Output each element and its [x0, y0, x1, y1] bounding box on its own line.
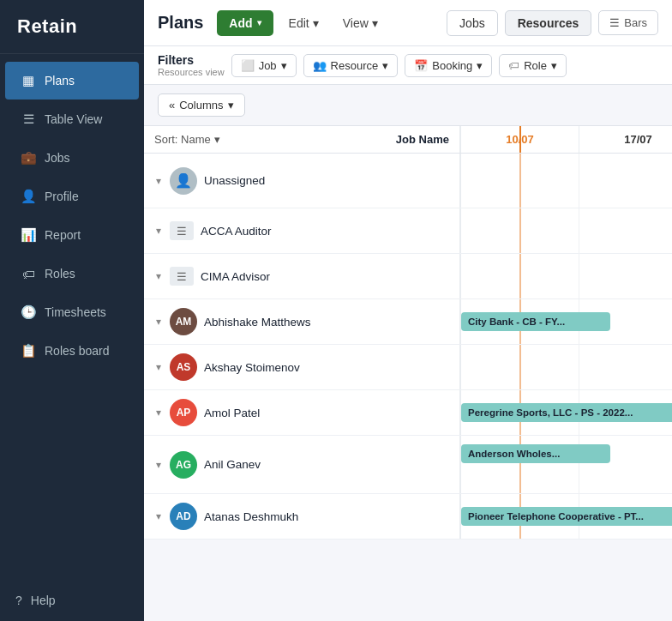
columns-chevron-icon: ▾ — [228, 99, 234, 112]
row-chevron-unassigned[interactable]: ▾ — [154, 173, 163, 189]
gantt-bar[interactable]: Peregrine Sports, LLC - PS - 2022... — [461, 403, 672, 422]
booking-filter-button[interactable]: 📅 Booking ▾ — [405, 54, 492, 77]
edit-button[interactable]: Edit ▾ — [280, 10, 327, 36]
row-left-anil-ganev: ▾AGAnil Ganev — [144, 436, 461, 493]
row-chevron-cima-advisor[interactable]: ▾ — [154, 268, 163, 284]
help-item[interactable]: ? Help — [0, 580, 144, 621]
help-label: Help — [31, 594, 56, 607]
gantt-cols-bg — [461, 345, 672, 389]
row-label-abhishake-matthews: Abhishake Matthews — [204, 316, 311, 329]
role-filter-button[interactable]: 🏷 Role ▾ — [499, 54, 567, 77]
sidebar-item-profile[interactable]: 👤 Profile — [5, 178, 139, 215]
sidebar-item-roles[interactable]: 🏷 Roles — [5, 255, 139, 292]
booking-filter-chevron-icon: ▾ — [477, 59, 483, 72]
row-label-atanas-deshmukh: Atanas Deshmukh — [204, 510, 298, 523]
table-row: ▾👤UnassignedAnders... — [144, 154, 672, 208]
sidebar-item-report[interactable]: 📊 Report — [5, 216, 139, 254]
resources-button[interactable]: Resources — [505, 10, 592, 36]
job-name-col: Job Name — [396, 133, 449, 146]
bars-abhishake-matthews: City Bank - CB - FY...Ann... — [461, 309, 672, 335]
role-filter-label: Role — [524, 59, 547, 72]
sidebar-label-timesheets: Timesheets — [45, 305, 106, 319]
row-label-amol-patel: Amol Patel — [204, 407, 260, 419]
booking-filter-label: Booking — [432, 59, 472, 72]
view-label: View — [343, 16, 369, 30]
role-icon: ☰ — [170, 267, 194, 286]
sidebar-label-jobs: Jobs — [45, 151, 70, 165]
gantt-bar-row: Pioneer Telephone Cooperative - PT... — [461, 507, 672, 526]
row-label-akshay-stoimenov: Akshay Stoimenov — [204, 361, 300, 374]
gantt-header: Sort: Name ▾ Job Name 10/0717/0724/07 — [144, 125, 672, 154]
gantt-bar[interactable]: Pioneer Telephone Cooperative - PT... — [461, 507, 672, 526]
jobs-button[interactable]: Jobs — [447, 10, 498, 36]
resource-filter-icon: 👥 — [313, 59, 327, 72]
sort-chevron-icon: ▾ — [214, 133, 220, 146]
role-icon: ☰ — [170, 221, 194, 240]
job-filter-icon: ⬜ — [241, 59, 255, 72]
row-label-unassigned: Unassigned — [204, 174, 265, 187]
resource-filter-label: Resource — [331, 59, 379, 72]
view-button[interactable]: View ▾ — [334, 10, 387, 36]
sidebar-item-timesheets[interactable]: 🕒 Timesheets — [5, 293, 139, 331]
columns-button[interactable]: « Columns ▾ — [158, 93, 245, 117]
bars-anil-ganev: Anderson Wholes...Anders...Comm... — [461, 441, 672, 488]
row-label-cima-advisor: CIMA Advisor — [201, 270, 270, 283]
sidebar-item-plans[interactable]: ▦ Plans — [5, 62, 139, 99]
row-right-akshay-stoimenov — [461, 345, 672, 389]
columns-label: Columns — [179, 99, 223, 112]
row-chevron-acca-auditor[interactable]: ▾ — [154, 223, 163, 238]
add-label: Add — [229, 16, 252, 30]
bg-col-0 — [461, 208, 579, 253]
gantt-bar[interactable]: Anderson Wholes... — [461, 444, 610, 463]
gantt-bar[interactable]: City Bank - CB - FY... — [461, 312, 610, 331]
bars-label: Bars — [624, 16, 647, 29]
sort-label-text: Sort: Name — [154, 133, 211, 146]
table-row: ▾ASAkshay Stoimenov — [144, 345, 672, 390]
resource-filter-chevron-icon: ▾ — [382, 59, 388, 72]
bars-icon: ☰ — [609, 16, 620, 29]
row-label-anil-ganev: Anil Ganev — [204, 458, 261, 471]
bg-col-1 — [579, 208, 672, 253]
roles-icon: 🏷 — [21, 266, 36, 281]
sidebar-item-roles-board[interactable]: 📋 Roles board — [5, 332, 139, 370]
gantt-cols-bg — [461, 208, 672, 253]
job-filter-chevron-icon: ▾ — [281, 59, 287, 72]
gantt-bar-row: City Bank - CB - FY...Ann... — [461, 312, 672, 331]
row-right-abhishake-matthews: City Bank - CB - FY...Ann... — [461, 299, 672, 344]
row-label-acca-auditor: ACCA Auditor — [201, 225, 272, 238]
row-chevron-akshay-stoimenov[interactable]: ▾ — [154, 359, 163, 375]
resource-filter-button[interactable]: 👥 Resource ▾ — [303, 54, 399, 77]
bars-button[interactable]: ☰ Bars — [598, 10, 658, 35]
sidebar-label-report: Report — [45, 228, 81, 242]
collapse-icon: « — [169, 99, 175, 112]
row-chevron-anil-ganev[interactable]: ▾ — [154, 457, 163, 473]
gantt-bar-row: Comm... — [461, 466, 672, 485]
job-filter-label: Job — [259, 59, 277, 72]
topbar: Plans Add ▾ Edit ▾ View ▾ Jobs Resources… — [144, 0, 672, 46]
row-chevron-amol-patel[interactable]: ▾ — [154, 405, 163, 420]
job-filter-button[interactable]: ⬜ Job ▾ — [231, 54, 297, 77]
sidebar-label-roles-board: Roles board — [45, 344, 110, 358]
row-left-unassigned: ▾👤Unassigned — [144, 154, 461, 208]
sidebar-label-roles: Roles — [45, 267, 75, 280]
booking-filter-icon: 📅 — [414, 59, 428, 72]
columns-row: « Columns ▾ — [144, 85, 672, 125]
row-chevron-abhishake-matthews[interactable]: ▾ — [154, 314, 163, 329]
bars-unassigned: Anders... — [461, 168, 672, 194]
bg-col-1 — [579, 345, 672, 389]
sort-button[interactable]: Sort: Name ▾ — [154, 133, 220, 146]
gantt-bar-row: Anders... — [461, 172, 672, 190]
row-chevron-atanas-deshmukh[interactable]: ▾ — [154, 509, 163, 524]
main-area: Plans Add ▾ Edit ▾ View ▾ Jobs Resources… — [144, 0, 672, 621]
sidebar-label-profile: Profile — [45, 190, 79, 203]
add-button[interactable]: Add ▾ — [217, 10, 273, 36]
table-row: ▾AGAnil GanevAnderson Wholes...Anders...… — [144, 436, 672, 494]
date-col-0: 10/07 — [461, 126, 579, 153]
row-left-abhishake-matthews: ▾AMAbhishake Matthews — [144, 299, 461, 344]
help-icon: ? — [15, 594, 22, 607]
sidebar-item-table-view[interactable]: ☰ Table View — [5, 100, 139, 138]
sidebar-label-table-view: Table View — [45, 112, 102, 126]
sidebar-item-jobs[interactable]: 💼 Jobs — [5, 139, 139, 177]
row-right-cima-advisor — [461, 254, 672, 298]
bars-atanas-deshmukh: Pioneer Telephone Cooperative - PT... — [461, 503, 672, 529]
